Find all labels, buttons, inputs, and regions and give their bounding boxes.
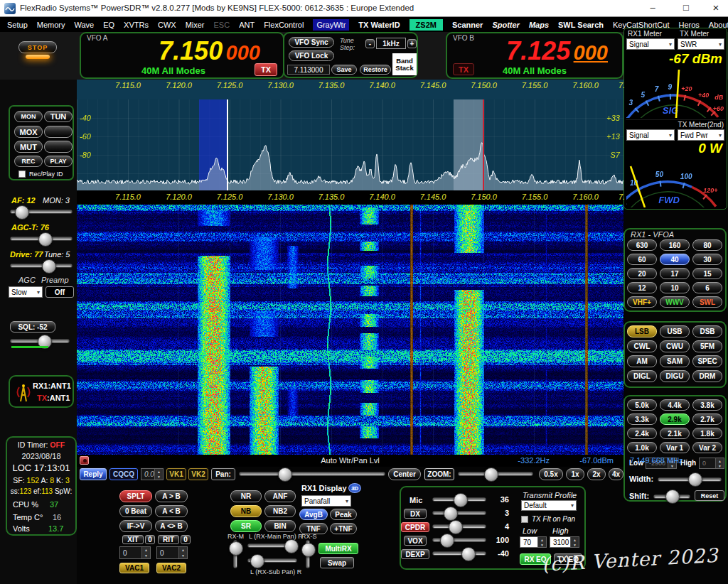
tune-step-value[interactable]: 1kHz — [376, 38, 406, 49]
160-button[interactable]: 160 — [660, 239, 690, 251]
mon-button[interactable]: MON — [14, 111, 43, 122]
reply-button[interactable]: Reply — [80, 468, 107, 480]
var-1-button[interactable]: Var 1 — [660, 442, 690, 453]
menu-item-flexcontrol[interactable]: FlexControl — [264, 21, 304, 29]
mox-button[interactable]: MOX — [14, 126, 43, 138]
plus-tnf-button[interactable]: +TNF — [330, 523, 357, 534]
drive-slider-track[interactable] — [10, 264, 73, 268]
spin-down-icon[interactable]: ▼ — [179, 553, 187, 558]
tx-high-spinner[interactable]: 3100 ▲▼ — [550, 536, 579, 548]
swl-button[interactable]: SWL — [692, 296, 722, 308]
menu-item-spotter[interactable]: Spotter — [492, 21, 520, 29]
play-button[interactable]: PLAY — [44, 156, 73, 167]
60-button[interactable]: 60 — [627, 254, 657, 265]
3-8k-button[interactable]: 3.8k — [692, 399, 722, 411]
xit-spinner[interactable]: 0 ▲▼ — [119, 546, 151, 559]
drm-button[interactable]: DRM — [692, 370, 722, 382]
zoom-1x-button[interactable]: 1x — [566, 468, 584, 480]
menu-item-zs2m[interactable]: ZS2M — [410, 19, 443, 31]
step-down-button[interactable]: - — [365, 39, 375, 48]
restore-button[interactable]: Restore — [360, 65, 391, 75]
menu-item-xvtrs[interactable]: XVTRs — [124, 21, 149, 29]
a-swap-b-button[interactable]: A <> B — [155, 520, 188, 532]
dexp-slider-track[interactable] — [432, 551, 486, 556]
avgb-button[interactable]: AvgB — [299, 509, 328, 520]
rit-spinner[interactable]: 0 ▲▼ — [156, 546, 188, 559]
dx-slider-knob[interactable] — [444, 507, 458, 521]
af-slider-knob[interactable] — [15, 205, 29, 220]
3-3k-button[interactable]: 3.3k — [627, 413, 657, 425]
spin-up-icon[interactable]: ▲ — [179, 547, 187, 553]
peak-button[interactable]: Peak — [330, 509, 357, 520]
menu-item-graywtr[interactable]: GrayWtr — [313, 19, 349, 31]
menu-item-swl-search[interactable]: SWL Search — [558, 21, 604, 29]
rec-play-checkbox[interactable] — [18, 171, 26, 178]
sub-pan-knob[interactable] — [250, 554, 264, 568]
15-button[interactable]: 15 — [692, 268, 722, 279]
center-button[interactable]: Center — [388, 468, 421, 480]
menu-item-esc[interactable]: ESC — [214, 21, 230, 29]
spin-up-icon[interactable]: ▲ — [538, 537, 546, 542]
tun-button[interactable]: TUN — [44, 111, 73, 122]
stop-button[interactable]: STOP — [18, 41, 57, 53]
usb-button[interactable]: USB — [660, 325, 690, 337]
mic-slider-knob[interactable] — [454, 493, 468, 507]
zoom-button[interactable]: ZOOM: — [424, 468, 454, 480]
rx1-meter-select[interactable]: Signal▾ — [626, 38, 675, 50]
20-button[interactable]: 20 — [627, 268, 657, 279]
zero-beat-button[interactable]: 0 Beat — [119, 505, 152, 517]
dsb-button[interactable]: DSB — [692, 325, 722, 337]
zoom-0-5x-button[interactable]: 0.5x — [539, 468, 563, 480]
10-button[interactable]: 10 — [660, 282, 690, 293]
menu-item-mixer[interactable]: Mixer — [186, 21, 205, 29]
zoom-2x-button[interactable]: 2x — [587, 468, 606, 480]
menu-item-memory[interactable]: Memory — [37, 21, 65, 29]
spin-down-icon[interactable]: ▼ — [571, 542, 579, 547]
spin-down-icon[interactable]: ▼ — [538, 542, 546, 547]
nr-button[interactable]: NR — [230, 490, 262, 502]
spectrum-display[interactable] — [77, 99, 623, 190]
vox-button[interactable]: VOX — [404, 536, 427, 546]
spin-up-icon[interactable]: ▲ — [571, 537, 579, 542]
b-to-a-button[interactable]: A < B — [155, 505, 188, 517]
nb-button[interactable]: NB — [230, 505, 262, 517]
xit-button[interactable]: XIT — [122, 535, 144, 544]
transmit-profile-select[interactable]: Default▾ — [521, 500, 577, 511]
save-button[interactable]: Save — [331, 65, 357, 75]
tnf-button[interactable]: TNF — [299, 523, 328, 534]
dx-slider-track[interactable] — [432, 511, 486, 515]
rit-button[interactable]: RIT — [158, 535, 179, 544]
tx-low-spinner[interactable]: 70 ▲▼ — [520, 536, 547, 548]
pan-slider-knob[interactable] — [278, 467, 292, 482]
menu-item-eq[interactable]: EQ — [103, 21, 114, 29]
spin-down-icon[interactable]: ▼ — [155, 475, 163, 480]
80-button[interactable]: 80 — [692, 239, 722, 251]
menu-item-setup[interactable]: Setup — [7, 21, 28, 29]
vfo-sync-button[interactable]: VFO Sync — [289, 37, 334, 48]
2-4k-button[interactable]: 2.4k — [627, 428, 657, 439]
cqcq-button[interactable]: CQCQ — [109, 468, 138, 480]
tx-meter-select[interactable]: SWR▾ — [678, 38, 724, 50]
tx-flt-checkbox[interactable] — [521, 516, 528, 523]
display-3d-badge[interactable]: 3D — [348, 483, 361, 493]
multirx-button[interactable]: MultiRX — [318, 543, 358, 554]
shift-reset-button[interactable]: Reset — [695, 490, 724, 501]
bin-button[interactable]: BIN — [264, 520, 296, 532]
am-button[interactable]: AM — [627, 355, 657, 367]
if-to-vfo-button[interactable]: IF->V — [119, 520, 152, 532]
var-2-button[interactable]: Var 2 — [692, 442, 722, 453]
band-stack-button[interactable]: Band Stack — [392, 53, 417, 75]
width-slider-knob[interactable] — [688, 472, 702, 487]
cwl-button[interactable]: CWL — [627, 340, 657, 352]
waterfall-display[interactable] — [77, 205, 623, 455]
sam-button[interactable]: SAM — [660, 355, 690, 367]
a-to-b-button[interactable]: A > B — [155, 490, 188, 502]
6-button[interactable]: 6 — [692, 282, 722, 293]
swap-button[interactable]: Swap — [320, 557, 354, 568]
2-1k-button[interactable]: 2.1k — [660, 428, 690, 439]
menu-item-cwx[interactable]: CWX — [158, 21, 176, 29]
zoom-4x-button[interactable]: 4x — [609, 468, 623, 480]
vfo-memory-field[interactable]: 7.113000 — [287, 65, 330, 75]
tx-meter2-select[interactable]: Fwd Pwr▾ — [678, 129, 724, 141]
40-button[interactable]: 40 — [660, 254, 690, 265]
